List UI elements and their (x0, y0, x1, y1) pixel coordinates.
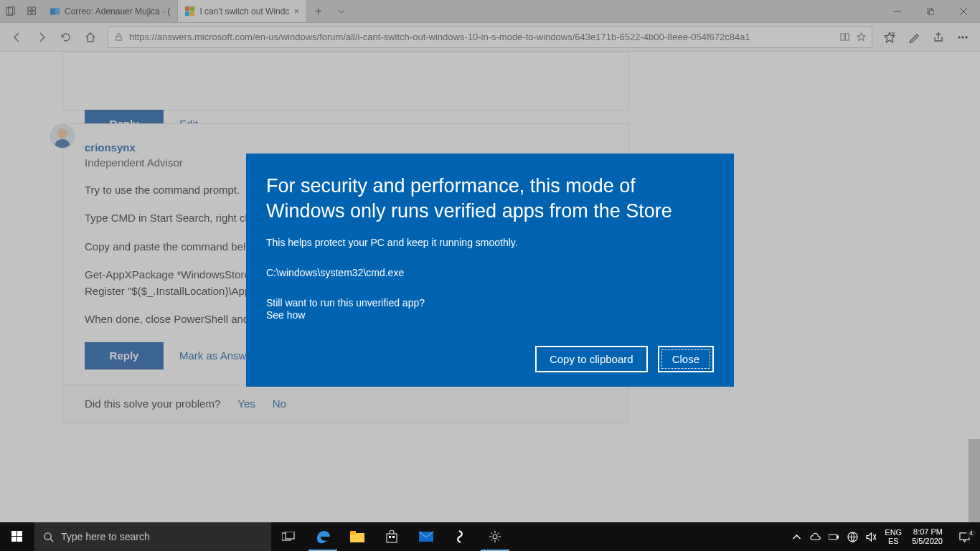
notification-badge: 4 (966, 529, 976, 538)
taskbar: Type here to search ENG ES 8:07 PM 5/5/2… (0, 522, 980, 551)
tray: ENG ES 8:07 PM 5/5/2020 4 (787, 522, 980, 551)
close-dialog-button[interactable]: Close (658, 346, 714, 372)
mail-icon[interactable] (409, 522, 443, 551)
taskbar-apps (271, 522, 512, 551)
svg-rect-32 (286, 532, 294, 539)
svg-line-30 (50, 539, 53, 542)
svg-point-39 (493, 534, 497, 539)
file-explorer-icon[interactable] (340, 522, 374, 551)
see-how-link[interactable]: See how (266, 309, 305, 321)
taskbar-search[interactable]: Type here to search (34, 522, 271, 551)
dialog-title: For security and performance, this mode … (266, 174, 714, 224)
edge-icon[interactable] (306, 522, 340, 551)
lang-line1: ENG (885, 528, 902, 537)
svg-rect-27 (11, 537, 17, 542)
onedrive-icon[interactable] (806, 522, 824, 551)
svg-point-29 (44, 532, 51, 539)
clock-date: 5/5/2020 (912, 537, 943, 546)
groove-icon[interactable] (443, 522, 478, 551)
svg-rect-26 (17, 531, 22, 536)
language-indicator[interactable]: ENG ES (880, 528, 906, 545)
search-icon (43, 532, 54, 542)
dialog-blocked-path: C:\windows\system32\cmd.exe (266, 267, 714, 278)
svg-rect-28 (17, 537, 22, 542)
svg-rect-36 (389, 536, 391, 538)
svg-rect-25 (11, 531, 17, 536)
battery-icon[interactable] (824, 522, 843, 551)
copy-to-clipboard-button[interactable]: Copy to clipboard (535, 346, 648, 372)
tray-chevron-icon[interactable] (787, 522, 806, 551)
lang-line2: ES (885, 537, 902, 545)
s-mode-dialog: For security and performance, this mode … (246, 154, 734, 387)
clock[interactable]: 8:07 PM 5/5/2020 (906, 527, 948, 546)
start-button[interactable] (0, 522, 34, 551)
store-icon[interactable] (374, 522, 409, 551)
task-view-icon[interactable] (271, 522, 306, 551)
search-placeholder: Type here to search (61, 531, 150, 542)
svg-rect-40 (829, 534, 837, 540)
svg-rect-34 (350, 531, 356, 534)
settings-icon[interactable] (478, 522, 512, 551)
dialog-still-want: Still want to run this unverified app? (266, 297, 714, 309)
action-center-icon[interactable]: 4 (948, 532, 980, 542)
svg-rect-35 (387, 534, 397, 542)
svg-rect-37 (392, 536, 395, 538)
volume-icon[interactable] (862, 522, 880, 551)
svg-rect-41 (837, 535, 838, 537)
clock-time: 8:07 PM (912, 527, 943, 537)
network-icon[interactable] (843, 522, 862, 551)
dialog-subtitle: This helps protect your PC and keep it r… (266, 237, 714, 248)
